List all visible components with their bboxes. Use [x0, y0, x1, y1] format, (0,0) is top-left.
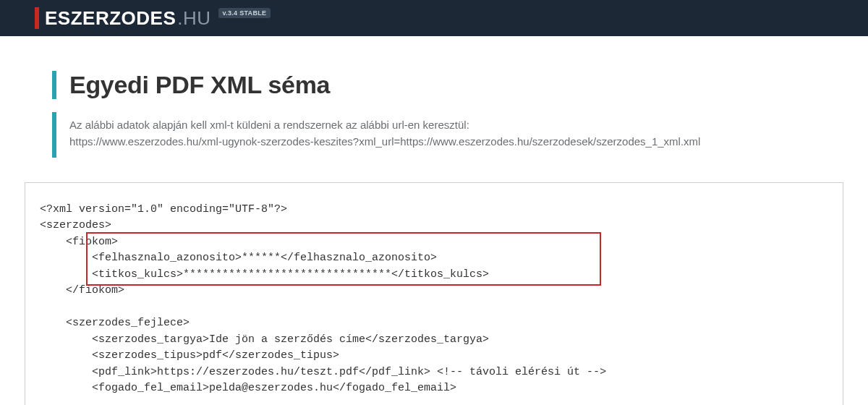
app-header: ESZERZODES .HU v.3.4 STABLE	[0, 0, 868, 36]
logo-accent-bar	[35, 7, 39, 29]
intro-line-1: Az alábbi adatok alapján kell xml-t küld…	[69, 116, 816, 133]
xml-code: <?xml version="1.0" encoding="UTF-8"?> <…	[40, 202, 828, 397]
intro-block: Az alábbi adatok alapján kell xml-t küld…	[52, 112, 816, 158]
title-block: Egyedi PDF XML séma	[52, 71, 816, 99]
logo-suffix: .HU	[177, 7, 210, 30]
main-content: Egyedi PDF XML séma Az alábbi adatok ala…	[0, 36, 868, 405]
code-box: <?xml version="1.0" encoding="UTF-8"?> <…	[25, 182, 843, 406]
intro-line-2: https://www.eszerzodes.hu/xml-ugynok-sze…	[69, 133, 816, 150]
version-badge: v.3.4 STABLE	[218, 8, 271, 18]
logo-main: ESZERZODES	[45, 7, 176, 30]
page-title: Egyedi PDF XML séma	[69, 71, 816, 99]
